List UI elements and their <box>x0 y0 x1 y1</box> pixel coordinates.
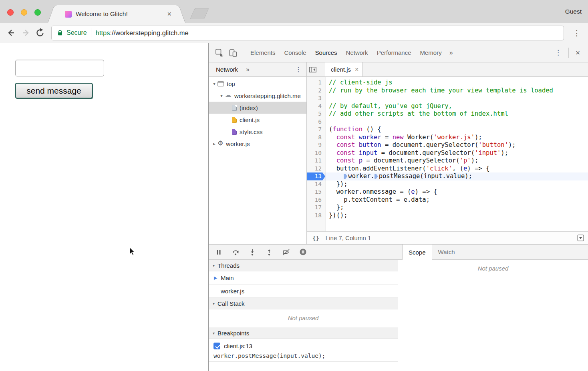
gutter-line-number[interactable]: 11 <box>307 157 325 165</box>
collapse-triangle-icon: ▾ <box>213 301 215 306</box>
browser-tab[interactable]: Welcome to Glitch! × <box>56 5 177 23</box>
gutter-line-number[interactable]: 3 <box>307 94 325 102</box>
gutter-line-number[interactable]: 8 <box>307 134 325 142</box>
step-over-button[interactable] <box>231 248 240 257</box>
device-toolbar-button[interactable] <box>226 46 240 60</box>
url-bar[interactable]: Secure https://workerstepping.glitch.me <box>51 26 564 40</box>
more-tabs-icon[interactable]: » <box>446 49 456 56</box>
inline-breakpoint-icon[interactable] <box>375 174 378 179</box>
breakpoint-checkbox[interactable] <box>213 343 220 349</box>
devtools-tab-network[interactable]: Network <box>342 43 373 62</box>
tab-close-icon[interactable]: × <box>165 10 173 18</box>
device-icon <box>229 48 238 57</box>
pause-on-exceptions-icon <box>299 248 307 256</box>
page-viewport: send message <box>0 43 208 371</box>
threads-section-header[interactable]: ▾ Threads <box>209 260 398 271</box>
pause-on-exceptions-button[interactable] <box>298 248 307 257</box>
reload-button[interactable] <box>33 26 47 40</box>
secure-label: Secure <box>66 29 87 36</box>
devtools-tab-memory[interactable]: Memory <box>416 43 446 62</box>
thread-row-main[interactable]: ▶Main <box>209 271 398 285</box>
inline-breakpoint-icon[interactable] <box>344 174 347 179</box>
inspect-element-button[interactable] <box>213 46 226 60</box>
debugger-panel: ▾ Threads ▶Mainworker.js ▾ Call Stack No… <box>209 245 398 371</box>
tree-expander-icon[interactable]: ▸ <box>211 141 217 146</box>
navigator-more-tabs-icon[interactable]: » <box>246 66 250 73</box>
call-stack-section-header[interactable]: ▾ Call Stack <box>209 298 398 309</box>
step-out-button[interactable] <box>265 248 274 257</box>
breakpoint-entry[interactable]: client.js:13worker.postMessage(input.val… <box>209 339 398 362</box>
devtools-close-icon[interactable]: × <box>572 48 584 57</box>
devtools-menu-icon[interactable]: ⋮ <box>551 48 566 57</box>
deactivate-breakpoints-button[interactable] <box>282 248 290 257</box>
toggle-navigator-button[interactable] <box>307 62 319 76</box>
secure-lock-icon <box>56 29 64 36</box>
gutter-line-number[interactable]: 18 <box>307 212 325 220</box>
navigator-menu-icon[interactable]: ⋮ <box>293 66 304 73</box>
tree-expander-icon[interactable]: ▾ <box>218 93 225 98</box>
pause-script-button[interactable] <box>214 248 223 257</box>
code-line: 4// by default, you've got jQuery, <box>307 102 588 110</box>
sidebar-tab-bar: Scope Watch <box>398 245 588 260</box>
devtools-tab-console[interactable]: Console <box>280 43 311 62</box>
close-window-button[interactable] <box>7 9 14 16</box>
gutter-line-number[interactable]: 12 <box>307 165 325 173</box>
thread-row-worker-js[interactable]: worker.js <box>209 285 398 298</box>
tree-expander-icon[interactable]: ▾ <box>211 81 217 86</box>
gutter-line-number[interactable]: 9 <box>307 141 325 149</box>
back-button[interactable] <box>4 26 18 40</box>
devtools-tab-elements[interactable]: Elements <box>246 43 280 62</box>
message-input[interactable] <box>15 60 104 76</box>
gutter-line-number[interactable]: 6 <box>307 118 325 126</box>
tree-item-index[interactable]: (index) <box>209 102 306 114</box>
code-line: 6 <box>307 118 588 126</box>
navigator-tab-network[interactable]: Network <box>216 66 238 73</box>
gutter-line-number[interactable]: 16 <box>307 196 325 204</box>
sources-navigator: Network » ⋮ ▾top▾☁workerstepping.glitch.… <box>209 62 307 244</box>
tab-title: Welcome to Glitch! <box>76 10 165 18</box>
tree-item-client-js[interactable]: client.js <box>209 114 306 126</box>
gutter-line-number[interactable]: 7 <box>307 126 325 134</box>
scope-empty-message: Not paused <box>398 260 588 278</box>
code-line: 2// run by the browser each time your vi… <box>307 87 588 95</box>
editor-tab-close-icon[interactable]: × <box>355 66 358 73</box>
tab-favicon <box>65 11 72 18</box>
tab-watch[interactable]: Watch <box>432 245 461 259</box>
toolbar-divider <box>243 48 243 58</box>
gutter-line-number[interactable]: 4 <box>307 102 325 110</box>
fullscreen-window-button[interactable] <box>34 9 41 16</box>
step-into-button[interactable] <box>248 248 257 257</box>
gutter-line-number[interactable]: 2 <box>307 87 325 95</box>
browser-menu-button[interactable]: ⋮ <box>570 26 584 40</box>
gutter-line-number[interactable]: 17 <box>307 204 325 212</box>
tree-item-worker-js[interactable]: ▸⚙worker.js <box>209 138 306 150</box>
gutter-line-number[interactable]: 15 <box>307 188 325 196</box>
new-tab-button[interactable] <box>190 8 209 19</box>
thread-label: worker.js <box>221 288 244 295</box>
gutter-line-number[interactable]: 10 <box>307 149 325 157</box>
gutter-line-number[interactable]: 5 <box>307 110 325 118</box>
code-editor[interactable]: 1// client-side js2// run by the browser… <box>307 77 588 231</box>
code-line: 11 const p = document.querySelector('p')… <box>307 157 588 165</box>
sidebar-toggle-button[interactable] <box>577 235 584 241</box>
breakpoints-section-header[interactable]: ▾ Breakpoints <box>209 327 398 339</box>
send-message-button[interactable]: send message <box>15 83 93 98</box>
breakpoints-list: client.js:13worker.postMessage(input.val… <box>209 339 398 362</box>
doc-icon <box>232 105 237 111</box>
devtools-tab-performance[interactable]: Performance <box>373 43 416 62</box>
gutter-line-number[interactable]: 1 <box>307 79 325 87</box>
code-line: 15 worker.onmessage = (e) => { <box>307 188 588 196</box>
tab-scope[interactable]: Scope <box>402 245 432 260</box>
profile-name: Guest <box>565 8 582 15</box>
tree-item-style-css[interactable]: style.css <box>209 126 306 138</box>
editor-tab-clientjs[interactable]: client.js × <box>325 62 362 76</box>
gutter-line-number[interactable]: 13 <box>307 172 325 180</box>
navigator-tab-bar: Network » ⋮ <box>209 62 306 77</box>
pretty-print-icon[interactable]: {} <box>312 235 319 241</box>
gutter-line-number[interactable]: 14 <box>307 180 325 189</box>
minimize-window-button[interactable] <box>21 9 27 16</box>
forward-button[interactable] <box>18 26 33 40</box>
tree-item-workerstepping-glitch-me[interactable]: ▾☁workerstepping.glitch.me <box>209 90 306 102</box>
devtools-tab-sources[interactable]: Sources <box>311 43 342 62</box>
tree-item-top[interactable]: ▾top <box>209 78 306 90</box>
